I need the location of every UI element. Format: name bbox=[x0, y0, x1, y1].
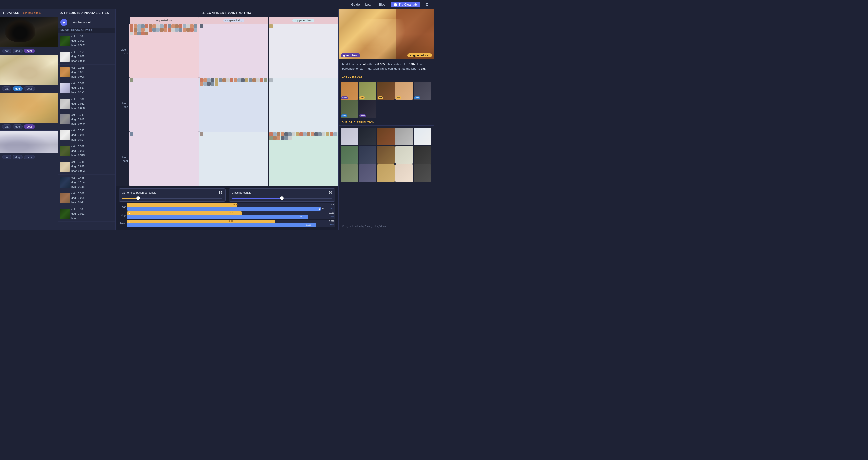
prob-values-8: cat 0.041 dog 0.895 bear 0.063 bbox=[71, 160, 113, 173]
dataset-image-car[interactable] bbox=[0, 131, 58, 153]
footer: Vizzy built with ♥ by Caleb, Luke, Yimin… bbox=[339, 223, 434, 230]
cell-dog-cat[interactable] bbox=[129, 78, 199, 132]
label-cat-4[interactable]: cat bbox=[2, 155, 11, 160]
ood-item-0[interactable] bbox=[341, 128, 358, 145]
arrow-bear-ood: ▼ bbox=[128, 221, 130, 224]
ood-item-1[interactable] bbox=[359, 128, 376, 145]
prob-values-0: cat 0.005 dog 0.003 bear 0.992 bbox=[71, 34, 113, 48]
ood-percentile-slider[interactable] bbox=[122, 198, 222, 199]
prob-row-2[interactable]: cat 0.965 dog 0.027 bear 0.008 bbox=[58, 65, 115, 81]
cell-cat-bear[interactable] bbox=[269, 24, 338, 78]
prob-thumb-4 bbox=[60, 99, 70, 109]
label-dog-2[interactable]: dog bbox=[12, 86, 23, 91]
dataset-labels-1: cat dog bear bbox=[0, 47, 58, 55]
label-bear-1[interactable]: bear bbox=[24, 49, 35, 53]
issue-item-6[interactable]: bear bbox=[359, 100, 376, 118]
cell-cat-cat[interactable] bbox=[129, 24, 199, 78]
ood-item-11[interactable] bbox=[359, 164, 376, 182]
prediction-bold: cat bbox=[362, 63, 366, 66]
prob-row-3[interactable]: cat 0.302 dog 0.527 bear 0.171 bbox=[58, 81, 115, 96]
label-dog-4[interactable]: dog bbox=[12, 155, 23, 160]
prob-row-6[interactable]: cat 0.085 dog 0.088 bear 0.827 bbox=[58, 127, 115, 143]
ood-item-13[interactable] bbox=[395, 164, 413, 182]
dataset-image-dog[interactable] bbox=[0, 55, 58, 85]
nav-learn[interactable]: Learn bbox=[365, 2, 373, 6]
ood-item-5[interactable] bbox=[341, 146, 358, 164]
ood-item-14[interactable] bbox=[414, 164, 431, 182]
issue-tag-0: bear bbox=[341, 96, 348, 99]
prob-row-8[interactable]: cat 0.041 dog 0.895 bear 0.063 bbox=[58, 159, 115, 175]
label-dog-1[interactable]: dog bbox=[12, 49, 23, 53]
label-cat-1[interactable]: cat bbox=[2, 49, 11, 53]
ood-item-7[interactable] bbox=[377, 146, 395, 164]
dataset-labels-4: cat dog bear bbox=[0, 153, 58, 161]
right-main-image[interactable] bbox=[339, 9, 434, 59]
label-dog-3[interactable]: dog bbox=[12, 124, 23, 129]
issue-item-2[interactable]: cat bbox=[377, 82, 395, 99]
dataset-title: 1. DATASET bbox=[2, 11, 21, 15]
prediction-nth: 50th bbox=[409, 63, 415, 66]
prob-row-10[interactable]: cat 0.001 dog 0.008 bear 0.991 bbox=[58, 190, 115, 206]
issue-item-0[interactable]: bear bbox=[341, 82, 358, 99]
settings-icon[interactable]: ⚙ bbox=[425, 2, 429, 7]
label-bear-3[interactable]: bear bbox=[24, 124, 35, 129]
prob-thumb-5 bbox=[60, 114, 70, 124]
cell-bear-dog[interactable] bbox=[199, 132, 269, 186]
ood-item-10[interactable] bbox=[341, 164, 358, 182]
class-fill-cat bbox=[127, 207, 321, 211]
ood-item-6[interactable] bbox=[359, 146, 376, 164]
issue-tag-2: cat bbox=[378, 96, 383, 99]
ood-bar-bear-ood-text: OOD bbox=[229, 220, 233, 222]
cell-bear-bear[interactable] bbox=[269, 132, 338, 186]
cell-dog-dog[interactable] bbox=[199, 78, 269, 132]
issue-item-4[interactable]: dog bbox=[414, 82, 431, 99]
dataset-item-3: cat dog bear bbox=[0, 93, 58, 131]
label-cat-2[interactable]: cat bbox=[2, 86, 11, 91]
dataset-image-bear[interactable] bbox=[0, 17, 58, 47]
ood-bar-bear-val-ood: 0.713 bbox=[329, 220, 334, 223]
prob-row-9[interactable]: cat 0.488 dog 0.154 bear 0.358 bbox=[58, 175, 115, 191]
cell-dog-bear[interactable] bbox=[269, 78, 338, 132]
right-image-area: given: bear suggested: cat bbox=[339, 9, 434, 59]
ood-bar-dog-ood: ▼ OOD 0.513 bbox=[127, 211, 335, 215]
prob-thumb-3 bbox=[60, 83, 70, 93]
ood-item-3[interactable] bbox=[395, 128, 413, 145]
cell-bear-cat[interactable] bbox=[129, 132, 199, 186]
issue-item-1[interactable]: cat bbox=[359, 82, 376, 99]
prob-row-1[interactable]: cat 0.056 dog 0.935 bear 0.009 bbox=[58, 49, 115, 65]
ood-bar-bear-ood: ▼ OOD 0.713 bbox=[127, 220, 335, 224]
nav-blog[interactable]: Blog bbox=[379, 2, 385, 6]
dataset-item-1: cat dog bear bbox=[0, 17, 58, 55]
ood-item-9[interactable] bbox=[414, 146, 431, 164]
ood-item-2[interactable] bbox=[377, 128, 395, 145]
nav-guide[interactable]: Guide bbox=[351, 2, 360, 6]
issue-item-5[interactable]: dog bbox=[341, 100, 358, 118]
prob-row-4[interactable]: cat 0.881 dog 0.031 bear 0.088 bbox=[58, 96, 115, 112]
prob-row-5[interactable]: cat 0.046 dog 0.915 bear 0.040 bbox=[58, 112, 115, 128]
ood-item-8[interactable] bbox=[395, 146, 413, 164]
ood-item-4[interactable] bbox=[414, 128, 431, 145]
col-header-cat: suggested: cat bbox=[130, 17, 199, 24]
given-label-tag: given: bear bbox=[341, 53, 361, 57]
panel-right: given: bear suggested: cat Model predict… bbox=[339, 9, 434, 230]
issue-item-3[interactable]: cat bbox=[395, 82, 413, 99]
row-label-bear: given:bear bbox=[117, 155, 128, 163]
label-bear-4[interactable]: bear bbox=[24, 155, 35, 160]
try-cleanlab-button[interactable]: ⬤ Try Cleanlab bbox=[391, 1, 420, 7]
prob-row-7[interactable]: cat 0.007 dog 0.050 bear 0.943 bbox=[58, 143, 115, 159]
dataset-image-cat[interactable] bbox=[0, 93, 58, 123]
prob-row-0[interactable]: cat 0.005 dog 0.003 bear 0.992 bbox=[58, 33, 115, 49]
issue-tag-4: dog bbox=[414, 96, 421, 99]
prob-row-11[interactable]: cat 0.003 dog 0.011 bear bbox=[58, 206, 115, 222]
class-percentile-slider[interactable] bbox=[232, 198, 332, 199]
matrix-col-headers: suggested: cat suggested: dog suggested:… bbox=[129, 17, 338, 24]
label-cat-3[interactable]: cat bbox=[2, 124, 11, 129]
class-percentile-slider-group: Class percentile 50 bbox=[228, 188, 336, 202]
ood-fill-cat bbox=[127, 203, 237, 207]
ood-bar-bear-class: class 0.911 bbox=[127, 224, 335, 227]
train-model-button[interactable]: ▶ bbox=[60, 19, 67, 26]
ood-bar-dog-label: dog bbox=[119, 214, 126, 217]
ood-item-12[interactable] bbox=[377, 164, 395, 182]
cell-cat-dog[interactable] bbox=[199, 24, 269, 78]
label-bear-2[interactable]: bear bbox=[24, 86, 35, 91]
